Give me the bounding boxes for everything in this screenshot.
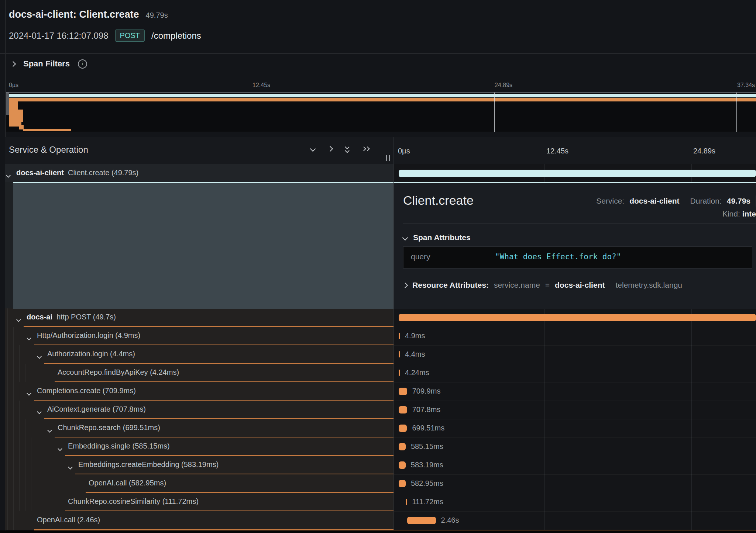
tree-indent-guide [7, 327, 8, 345]
span-row[interactable]: Embeddings.createEmbedding (583.19ms)583… [5, 456, 756, 474]
span-bar[interactable] [399, 406, 407, 413]
expand-one-icon[interactable] [327, 146, 333, 152]
tree-indent-guide [7, 493, 8, 511]
kind-value: inte [742, 210, 756, 218]
span-row-timeline-cell[interactable]: 585.15ms [394, 437, 756, 456]
span-row[interactable]: ChunkRepo.search (699.51ms)699.51ms [5, 419, 756, 437]
span-row-label: Http/Authorization.login (4.9ms) [37, 331, 140, 340]
chevron-down-icon[interactable] [7, 172, 10, 179]
span-attributes-title: Span Attributes [413, 233, 471, 242]
span-row[interactable]: ChunkRepo.cosineSimilarity (111.72ms)111… [5, 493, 756, 511]
span-bar[interactable] [399, 170, 756, 177]
chevron-down-icon[interactable] [17, 316, 20, 323]
span-row-timeline-cell[interactable]: 4.24ms [394, 364, 756, 383]
tree-indent-guide [19, 401, 20, 419]
span-detail-title: Client.create [403, 193, 474, 208]
span-row[interactable]: docs-ai-client Client.create (49.79s) [5, 164, 756, 183]
span-row-name-cell[interactable]: docs-ai-client Client.create (49.79s) [5, 164, 394, 183]
span-row[interactable]: Http/Authorization.login (4.9ms)4.9ms [5, 327, 756, 345]
span-row[interactable]: Authorization.login (4.4ms)4.4ms [5, 345, 756, 364]
collapse-one-icon[interactable] [310, 146, 316, 152]
span-row-timeline-cell[interactable]: 2.46s [394, 511, 756, 530]
chevron-right-icon[interactable] [10, 61, 16, 67]
trace-minimap[interactable] [6, 92, 756, 132]
chevron-down-icon[interactable] [38, 408, 41, 415]
span-bar[interactable] [399, 333, 400, 339]
span-row-timeline-cell[interactable] [394, 164, 756, 183]
span-row-name-cell[interactable]: Completions.create (709.9ms) [5, 382, 394, 401]
span-filters-section[interactable]: Span Filters i [11, 59, 87, 69]
minimap-span-block [9, 94, 756, 97]
span-row-name-cell[interactable]: Embeddings.createEmbedding (583.19ms) [5, 456, 394, 474]
column-resize-handle[interactable] [386, 155, 390, 161]
span-row-name-cell[interactable]: OpenAI.call (2.46s) [5, 511, 394, 530]
tree-indent-guide [13, 474, 14, 493]
span-row[interactable]: AiContext.generate (707.8ms)707.8ms [5, 401, 756, 419]
span-row[interactable]: Embeddings.single (585.15ms)585.15ms [5, 437, 756, 456]
span-attributes-section[interactable]: Span Attributes [403, 233, 471, 242]
span-duration-label: 2.46s [441, 516, 459, 525]
timeline-tick-label: 12.45s [546, 147, 568, 155]
span-row-timeline-cell[interactable]: 699.51ms [394, 419, 756, 438]
span-row-name-cell[interactable]: ChunkRepo.search (699.51ms) [5, 419, 394, 437]
span-row-name-cell[interactable]: Http/Authorization.login (4.9ms) [5, 327, 394, 345]
span-bar[interactable] [399, 370, 400, 376]
minimap-span-block [23, 129, 71, 131]
minimap-span-block [9, 101, 18, 110]
span-row-timeline-cell[interactable]: 582.95ms [394, 474, 756, 493]
span-row-name-cell[interactable]: Embeddings.single (585.15ms) [5, 437, 394, 456]
chevron-down-icon[interactable] [27, 335, 31, 341]
span-row[interactable]: OpenAI.call (582.95ms)582.95ms [5, 474, 756, 493]
span-row-label: Completions.create (709.9ms) [37, 387, 136, 395]
span-row-timeline-cell[interactable] [394, 308, 756, 327]
chevron-down-icon[interactable] [58, 445, 62, 452]
span-row-timeline-cell[interactable]: 707.8ms [394, 401, 756, 419]
span-row[interactable]: docs-ai http POST (49.7s) [5, 308, 756, 327]
chevron-down-icon[interactable] [69, 464, 72, 470]
info-icon[interactable]: i [78, 59, 87, 69]
span-row[interactable]: AccountRepo.findByApiKey (4.24ms)4.24ms [5, 364, 756, 382]
span-row-name-cell[interactable]: AccountRepo.findByApiKey (4.24ms) [5, 364, 394, 382]
minimap-gridline [736, 93, 737, 132]
chevron-down-icon[interactable] [48, 427, 51, 433]
chevron-down-icon[interactable] [38, 353, 41, 360]
tree-indent-guide [13, 364, 14, 382]
expand-all-icon[interactable] [362, 147, 369, 150]
span-row-name-cell[interactable]: Authorization.login (4.4ms) [5, 345, 394, 364]
span-row-timeline-cell[interactable]: 4.4ms [394, 345, 756, 364]
span-bar[interactable] [399, 351, 400, 357]
span-bar[interactable] [406, 499, 407, 505]
span-row-timeline-cell[interactable]: 111.72ms [394, 493, 756, 512]
span-bar[interactable] [399, 314, 756, 321]
span-row[interactable]: Completions.create (709.9ms)709.9ms [5, 382, 756, 401]
tree-indent-guide [19, 437, 20, 456]
tree-indent-guide [19, 364, 20, 382]
span-bar[interactable] [399, 388, 407, 395]
minimap-drag-handle[interactable] [6, 93, 9, 115]
minimap-gridline [252, 93, 252, 132]
resource-attributes-section[interactable]: Resource Attributes: service.name = docs… [403, 280, 682, 291]
chevron-down-icon[interactable] [402, 235, 408, 240]
span-row-timeline-cell[interactable]: 583.19ms [394, 456, 756, 475]
span-row[interactable]: OpenAI.call (2.46s)2.46s [5, 511, 756, 530]
span-bar[interactable] [399, 425, 407, 432]
span-row-timeline-cell[interactable]: 709.9ms [394, 382, 756, 401]
span-row-name-cell[interactable]: OpenAI.call (582.95ms) [5, 474, 394, 493]
span-bar[interactable] [399, 480, 405, 487]
duration-value: 49.79s [727, 197, 750, 205]
service-operation-header: Service & Operation [9, 145, 88, 155]
collapse-all-icon[interactable] [346, 145, 349, 152]
span-row-timeline-cell[interactable]: 4.9ms [394, 327, 756, 346]
detail-divider [403, 223, 756, 224]
span-duration-label: 582.95ms [411, 479, 443, 488]
span-bar[interactable] [407, 517, 436, 524]
tree-indent-guide [7, 308, 8, 327]
span-duration-label: 4.24ms [405, 368, 429, 377]
span-row-name-cell[interactable]: docs-ai http POST (49.7s) [5, 308, 394, 327]
chevron-right-icon[interactable] [402, 282, 408, 288]
span-bar[interactable] [399, 461, 406, 469]
span-row-name-cell[interactable]: ChunkRepo.cosineSimilarity (111.72ms) [5, 493, 394, 511]
chevron-down-icon[interactable] [27, 390, 31, 397]
span-row-name-cell[interactable]: AiContext.generate (707.8ms) [5, 401, 394, 419]
span-bar[interactable] [399, 443, 406, 450]
